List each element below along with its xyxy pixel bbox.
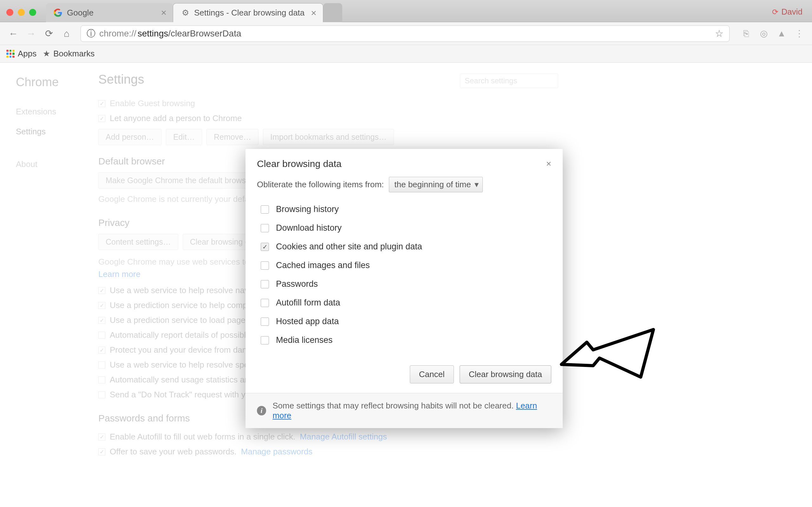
back-button[interactable]: ← [6,26,20,41]
window-titlebar: Google × ⚙ Settings - Clear browsing dat… [0,0,812,22]
apps-label: Apps [18,49,37,59]
tab-label: Google [67,8,94,18]
clear-data-option[interactable]: Media licenses [257,331,551,349]
zoom-window[interactable] [29,9,36,16]
url-path: /clearBrowserData [168,29,241,39]
clear-data-option[interactable]: Cached images and files [257,256,551,275]
info-text: Some settings that may reflect browsing … [272,401,551,420]
profile-name: David [781,7,803,17]
cancel-button[interactable]: Cancel [410,365,454,383]
time-range-row: Obliterate the following items from: the… [257,177,551,192]
new-tab-button[interactable] [323,3,342,22]
google-favicon [54,8,62,17]
checkbox[interactable] [261,336,269,344]
option-label: Cached images and files [276,261,370,270]
tab-google[interactable]: Google × [46,3,173,22]
time-range-select[interactable]: the beginning of time [389,177,483,192]
dialog-body: Obliterate the following items from: the… [246,174,563,359]
star-icon: ★ [43,49,50,59]
profile-button[interactable]: ⟳ David [772,7,803,17]
tab-close[interactable]: × [305,8,316,18]
option-label: Media licenses [276,335,333,345]
tab-label: Settings - Clear browsing data [194,8,305,18]
clear-data-option[interactable]: Download history [257,219,551,237]
site-info-icon[interactable]: ⓘ [87,27,96,40]
checkbox[interactable] [261,318,269,326]
option-label: Cookies and other site and plugin data [276,242,422,251]
option-label: Passwords [276,279,318,289]
apps-grid-icon [6,50,14,58]
forward-button[interactable]: → [24,26,38,41]
checkbox[interactable] [261,262,269,270]
dialog-info-bar: i Some settings that may reflect browsin… [246,393,563,428]
dialog-footer: Cancel Clear browsing data [246,359,563,393]
close-window[interactable] [6,9,13,16]
option-label: Browsing history [276,205,339,214]
reload-button[interactable]: ⟳ [42,26,56,41]
traffic-lights [6,9,36,16]
bookmarks-label: Bookmarks [53,49,95,59]
bookmarks-folder[interactable]: ★ Bookmarks [43,49,95,59]
gear-icon: ⚙ [181,9,190,17]
checkbox[interactable] [261,224,269,232]
home-button[interactable]: ⌂ [60,26,73,41]
menu-icon[interactable]: ⋮ [793,27,806,40]
close-icon[interactable]: × [546,159,551,169]
toolbar-right-icons: ⎘ ◎ ▲ ⋮ [740,27,806,40]
clear-data-option[interactable]: Passwords [257,275,551,293]
url-scheme: chrome:// [99,29,136,39]
clear-data-option[interactable]: Hosted app data [257,312,551,331]
checkbox[interactable] [261,299,269,307]
clear-browsing-data-confirm-button[interactable]: Clear browsing data [460,365,551,383]
tab-settings[interactable]: ⚙ Settings - Clear browsing data × [173,3,323,22]
option-label: Download history [276,223,342,233]
extension-icon[interactable]: ⎘ [740,27,752,40]
minimize-window[interactable] [18,9,25,16]
bookmarks-bar: Apps ★ Bookmarks [0,45,812,63]
time-range-label: Obliterate the following items from: [257,180,384,189]
apps-shortcut[interactable]: Apps [6,49,37,59]
extension-icon[interactable]: ▲ [775,27,788,40]
tab-close[interactable]: × [154,7,166,18]
sync-error-icon: ⟳ [772,8,778,16]
clear-data-option[interactable]: Cookies and other site and plugin data [257,237,551,256]
address-bar[interactable]: ⓘ chrome:// settings /clearBrowserData ☆ [81,25,729,42]
clear-browsing-data-dialog: Clear browsing data × Obliterate the fol… [246,149,563,428]
url-host: settings [138,29,168,39]
dialog-title: Clear browsing data [257,158,342,169]
checkbox[interactable] [261,243,269,251]
clear-data-option[interactable]: Browsing history [257,200,551,219]
clear-data-option[interactable]: Autofill form data [257,293,551,312]
browser-toolbar: ← → ⟳ ⌂ ⓘ chrome:// settings /clearBrows… [0,22,812,45]
dialog-header: Clear browsing data × [246,149,563,174]
option-label: Hosted app data [276,317,339,326]
annotation-arrow [558,323,666,387]
option-label: Autofill form data [276,298,340,308]
browser-tabs: Google × ⚙ Settings - Clear browsing dat… [46,3,342,22]
info-icon: i [257,406,266,415]
extension-icon[interactable]: ◎ [757,27,770,40]
checkbox[interactable] [261,280,269,288]
bookmark-star-icon[interactable]: ☆ [715,28,723,39]
checkbox[interactable] [261,205,269,214]
